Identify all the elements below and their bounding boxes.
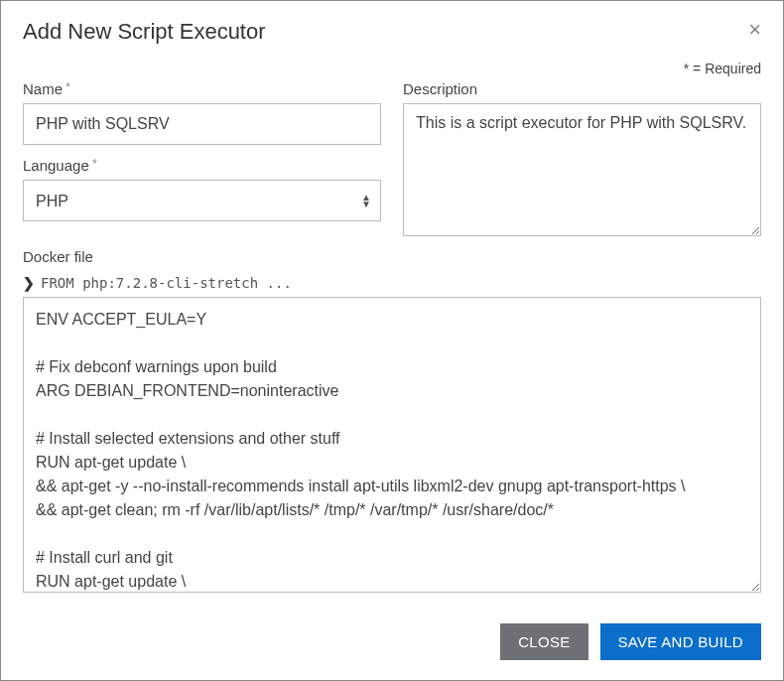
docker-label: Docker file: [23, 248, 761, 265]
name-label: Name *: [23, 80, 381, 97]
name-input[interactable]: [23, 103, 381, 145]
docker-textarea[interactable]: ENV ACCEPT_EULA=Y # Fix debconf warnings…: [23, 297, 761, 593]
save-and-build-button[interactable]: SAVE AND BUILD: [600, 623, 761, 660]
chevron-right-icon: ❯: [23, 275, 35, 291]
close-button[interactable]: CLOSE: [500, 623, 588, 660]
required-note: * = Required: [23, 61, 761, 76]
docker-fold-summary: FROM php:7.2.8-cli-stretch ...: [41, 275, 292, 291]
description-textarea[interactable]: This is a script executor for PHP with S…: [403, 103, 761, 236]
close-icon[interactable]: ×: [748, 19, 761, 41]
modal: Add New Script Executor × * = Required N…: [0, 0, 784, 681]
description-label: Description: [403, 80, 761, 97]
language-select[interactable]: PHP: [23, 180, 381, 221]
modal-title: Add New Script Executor: [23, 19, 266, 45]
docker-fold-toggle[interactable]: ❯ FROM php:7.2.8-cli-stretch ...: [23, 271, 761, 297]
language-label: Language *: [23, 157, 381, 174]
